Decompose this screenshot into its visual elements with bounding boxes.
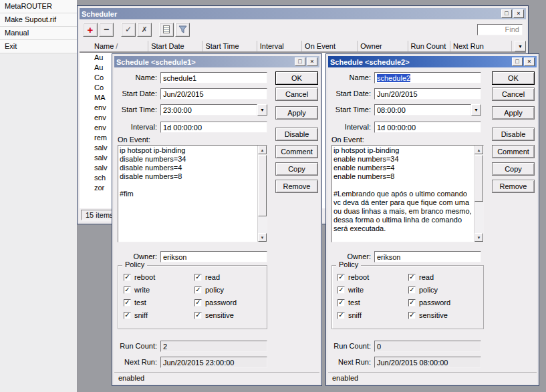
comment-button[interactable] [159, 23, 174, 37]
sidebar-item-manual[interactable]: Manual [0, 27, 77, 40]
on-event-textarea[interactable]: ip hotspot ip-binding disable numbers=34… [118, 145, 267, 242]
column-header-name[interactable]: Name/ [80, 41, 148, 51]
scrollbar-thumb[interactable] [258, 155, 267, 216]
checkbox: ✓ [337, 299, 345, 307]
titlebar-buttons: □ × [500, 9, 524, 18]
column-header-run-count[interactable]: Run Count [408, 41, 450, 51]
check-icon: ✓ [124, 286, 130, 293]
start-time-dropdown-button[interactable]: ▼ [471, 104, 481, 116]
check-icon: ✓ [338, 274, 344, 280]
sidebar-item-make-supout[interactable]: Make Supout.rif [0, 13, 77, 27]
enable-button[interactable]: ✓ [121, 23, 136, 37]
start-time-field[interactable]: 08:00:00 [374, 104, 471, 116]
policy-checkbox-test[interactable]: ✓test [124, 298, 146, 307]
policy-checkbox-reboot[interactable]: ✓reboot [124, 272, 155, 282]
scroll-down-icon[interactable]: ▼ [258, 233, 267, 242]
policy-label: reboot [348, 273, 369, 281]
filter-button[interactable] [175, 23, 190, 37]
policy-checkbox-policy[interactable]: ✓policy [194, 285, 224, 295]
column-header-owner[interactable]: Owner [358, 41, 408, 51]
name-label: Name: [329, 73, 371, 81]
cancel-button[interactable]: Cancel [275, 87, 318, 101]
close-button[interactable]: × [524, 57, 535, 66]
run-count-field: 2 [160, 341, 267, 352]
scroll-up-icon[interactable]: ▲ [474, 146, 483, 154]
run-count-row: Run Count: 0 [329, 340, 481, 352]
owner-field[interactable]: erikson [160, 251, 267, 262]
close-button[interactable]: × [307, 57, 317, 66]
scrollbar-thumb[interactable] [474, 155, 483, 202]
owner-value: erikson [163, 253, 186, 261]
ok-button[interactable]: OK [492, 71, 535, 85]
find-input[interactable] [477, 24, 523, 35]
header-filler [512, 41, 515, 51]
interval-field[interactable]: 1d 00:00:00 [374, 122, 481, 133]
run-count-value: 0 [377, 343, 381, 351]
policy-checkbox-read[interactable]: ✓read [194, 272, 220, 282]
column-header-start-date[interactable]: Start Date [148, 41, 202, 51]
column-header-next-run[interactable]: Next Run [450, 41, 512, 51]
scrollbar[interactable]: ▲ ▼ [257, 146, 267, 242]
column-header-interval[interactable]: Interval [257, 41, 302, 51]
scroll-up-icon[interactable]: ▲ [258, 146, 267, 154]
copy-button[interactable]: Copy [275, 162, 318, 176]
schedule2-titlebar[interactable]: Schedule <schedule2> □ × [328, 56, 537, 67]
apply-button[interactable]: Apply [492, 106, 535, 120]
start-time-field[interactable]: 23:00:00 [160, 104, 257, 116]
check-icon: ✓ [125, 25, 132, 33]
policy-checkbox-write[interactable]: ✓write [124, 285, 150, 295]
policy-checkbox-sensitive[interactable]: ✓sensitive [194, 311, 234, 320]
interval-field[interactable]: 1d 00:00:00 [160, 122, 267, 133]
owner-field[interactable]: erikson [374, 251, 481, 262]
name-field[interactable]: schedule2 [374, 72, 481, 83]
policy-checkbox-write[interactable]: ✓write [337, 285, 364, 295]
disable-button[interactable]: Disable [492, 128, 535, 141]
remove-button[interactable]: Remove [275, 180, 318, 193]
policy-checkbox-sniff[interactable]: ✓sniff [124, 311, 148, 320]
start-time-dropdown-button[interactable]: ▼ [257, 104, 267, 116]
sidebar: MetaROUTER Make Supout.rif Manual Exit [0, 0, 78, 392]
copy-button[interactable]: Copy [492, 162, 535, 176]
policy-checkbox-test[interactable]: ✓test [337, 298, 360, 307]
maximize-button[interactable]: □ [512, 57, 523, 66]
column-menu-button[interactable]: ▼ [515, 41, 526, 51]
policy-checkbox-sensitive[interactable]: ✓sensitive [408, 311, 448, 320]
remove-button[interactable]: − [99, 23, 114, 37]
run-count-row: Run Count: 2 [116, 340, 267, 352]
comment-button[interactable]: Comment [275, 145, 318, 158]
apply-button[interactable]: Apply [275, 106, 318, 120]
policy-checkbox-policy[interactable]: ✓policy [408, 285, 438, 295]
policy-checkbox-reboot[interactable]: ✓reboot [337, 272, 369, 282]
start-date-field[interactable]: Jun/20/2015 [160, 88, 267, 100]
checkbox: ✓ [194, 286, 202, 294]
schedule1-dialog: Schedule <schedule1> □ × Name: schedule1… [112, 53, 322, 386]
scrollbar[interactable]: ▲ ▼ [474, 146, 483, 242]
policy-checkbox-password[interactable]: ✓password [408, 298, 450, 307]
column-label: Start Time [205, 42, 239, 50]
on-event-textarea[interactable]: ip hotspot ip-binding enable numbers=34 … [331, 145, 484, 242]
policy-checkbox-sniff[interactable]: ✓sniff [337, 311, 362, 320]
schedule1-titlebar[interactable]: Schedule <schedule1> □ × [114, 56, 319, 67]
start-date-field[interactable]: Jun/20/2015 [374, 88, 481, 100]
column-header-on-event[interactable]: On Event [302, 41, 358, 51]
policy-checkbox-password[interactable]: ✓password [194, 298, 237, 307]
maximize-button[interactable]: □ [295, 57, 305, 66]
add-button[interactable]: + [83, 23, 98, 37]
column-header-start-time[interactable]: Start Time [202, 41, 257, 51]
sidebar-item-metarouter[interactable]: MetaROUTER [0, 0, 77, 13]
cancel-button[interactable]: Cancel [492, 87, 535, 101]
name-field[interactable]: schedule1 [160, 72, 267, 83]
maximize-button[interactable]: □ [501, 9, 512, 18]
remove-button[interactable]: Remove [492, 180, 535, 193]
policy-legend: Policy [336, 260, 361, 268]
disable-button[interactable]: ✗ [137, 23, 152, 37]
sidebar-item-exit[interactable]: Exit [0, 40, 77, 53]
scroll-down-icon[interactable]: ▼ [474, 233, 483, 242]
comment-button[interactable]: Comment [492, 145, 535, 158]
policy-checkbox-read[interactable]: ✓read [408, 272, 434, 282]
next-run-field: Jun/20/2015 08:00:00 [374, 357, 481, 368]
ok-button[interactable]: OK [275, 71, 318, 85]
disable-button[interactable]: Disable [275, 128, 318, 141]
close-button[interactable]: × [513, 9, 524, 18]
scheduler-titlebar[interactable]: Scheduler □ × [80, 8, 526, 19]
